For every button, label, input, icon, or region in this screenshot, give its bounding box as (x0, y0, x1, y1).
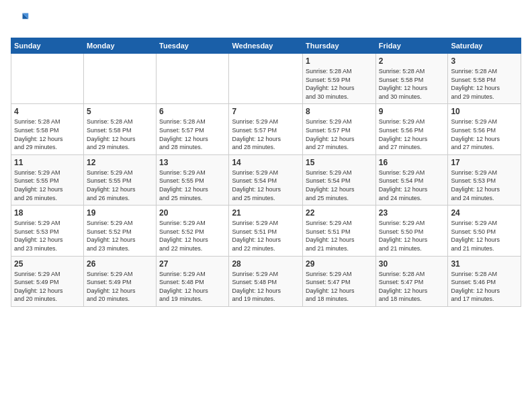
day-number: 19 (87, 208, 153, 218)
day-number: 28 (232, 259, 300, 269)
day-number: 25 (14, 259, 81, 269)
calendar-body: 1Sunrise: 5:28 AM Sunset: 5:59 PM Daylig… (11, 54, 521, 307)
calendar-day-cell: 29Sunrise: 5:29 AM Sunset: 5:47 PM Dayli… (303, 256, 376, 306)
calendar-day-cell: 2Sunrise: 5:28 AM Sunset: 5:58 PM Daylig… (375, 54, 448, 104)
day-header: Monday (83, 38, 156, 54)
calendar-day-cell: 14Sunrise: 5:29 AM Sunset: 5:54 PM Dayli… (229, 154, 303, 205)
day-header: Wednesday (229, 38, 303, 54)
day-number: 12 (87, 158, 153, 167)
calendar-week-row: 25Sunrise: 5:29 AM Sunset: 5:49 PM Dayli… (11, 256, 521, 306)
day-number: 27 (159, 259, 226, 269)
calendar-day-cell: 19Sunrise: 5:29 AM Sunset: 5:52 PM Dayli… (83, 205, 156, 256)
day-header: Sunday (11, 38, 84, 54)
calendar-day-cell: 8Sunrise: 5:29 AM Sunset: 5:57 PM Daylig… (303, 104, 376, 154)
day-info: Sunrise: 5:29 AM Sunset: 5:57 PM Dayligh… (232, 118, 300, 151)
calendar-day-cell: 11Sunrise: 5:29 AM Sunset: 5:55 PM Dayli… (11, 154, 84, 205)
day-info: Sunrise: 5:28 AM Sunset: 5:58 PM Dayligh… (451, 67, 518, 101)
day-info: Sunrise: 5:29 AM Sunset: 5:54 PM Dayligh… (379, 169, 445, 202)
day-header: Friday (375, 38, 448, 54)
day-info: Sunrise: 5:29 AM Sunset: 5:54 PM Dayligh… (306, 169, 373, 202)
day-info: Sunrise: 5:29 AM Sunset: 5:50 PM Dayligh… (451, 219, 518, 253)
calendar-week-row: 11Sunrise: 5:29 AM Sunset: 5:55 PM Dayli… (11, 154, 521, 205)
day-number: 31 (451, 259, 518, 269)
calendar-day-cell (157, 54, 229, 104)
day-info: Sunrise: 5:29 AM Sunset: 5:48 PM Dayligh… (159, 270, 226, 304)
day-number: 18 (14, 208, 81, 218)
day-number: 5 (87, 107, 153, 116)
day-number: 13 (159, 158, 226, 167)
calendar-day-cell: 24Sunrise: 5:29 AM Sunset: 5:50 PM Dayli… (448, 205, 521, 256)
day-info: Sunrise: 5:28 AM Sunset: 5:59 PM Dayligh… (306, 67, 373, 101)
days-header-row: SundayMondayTuesdayWednesdayThursdayFrid… (11, 38, 521, 54)
calendar-day-cell: 10Sunrise: 5:29 AM Sunset: 5:56 PM Dayli… (448, 104, 521, 154)
calendar-day-cell: 17Sunrise: 5:29 AM Sunset: 5:53 PM Dayli… (448, 154, 521, 205)
day-info: Sunrise: 5:28 AM Sunset: 5:58 PM Dayligh… (87, 118, 153, 151)
day-header: Saturday (448, 38, 521, 54)
calendar-day-cell: 21Sunrise: 5:29 AM Sunset: 5:51 PM Dayli… (229, 205, 303, 256)
day-number: 17 (451, 158, 518, 167)
day-number: 30 (379, 259, 445, 269)
calendar-week-row: 4Sunrise: 5:28 AM Sunset: 5:58 PM Daylig… (11, 104, 521, 154)
calendar-day-cell: 13Sunrise: 5:29 AM Sunset: 5:55 PM Dayli… (157, 154, 229, 205)
day-info: Sunrise: 5:29 AM Sunset: 5:55 PM Dayligh… (159, 169, 226, 202)
calendar-day-cell: 28Sunrise: 5:29 AM Sunset: 5:48 PM Dayli… (229, 256, 303, 306)
logo (11, 11, 32, 30)
day-header: Thursday (303, 38, 376, 54)
day-header: Tuesday (157, 38, 229, 54)
day-info: Sunrise: 5:29 AM Sunset: 5:56 PM Dayligh… (451, 118, 518, 151)
calendar-day-cell: 30Sunrise: 5:28 AM Sunset: 5:47 PM Dayli… (375, 256, 448, 306)
day-info: Sunrise: 5:29 AM Sunset: 5:51 PM Dayligh… (306, 219, 373, 253)
day-info: Sunrise: 5:29 AM Sunset: 5:48 PM Dayligh… (232, 270, 300, 304)
day-info: Sunrise: 5:29 AM Sunset: 5:55 PM Dayligh… (14, 169, 81, 202)
day-info: Sunrise: 5:29 AM Sunset: 5:49 PM Dayligh… (87, 270, 153, 304)
day-number: 24 (451, 208, 518, 218)
day-number: 20 (159, 208, 226, 218)
day-number: 10 (451, 107, 518, 116)
day-number: 15 (306, 158, 373, 167)
calendar-day-cell: 4Sunrise: 5:28 AM Sunset: 5:58 PM Daylig… (11, 104, 84, 154)
logo-icon (11, 11, 30, 30)
calendar-day-cell: 22Sunrise: 5:29 AM Sunset: 5:51 PM Dayli… (303, 205, 376, 256)
calendar-day-cell: 3Sunrise: 5:28 AM Sunset: 5:58 PM Daylig… (448, 54, 521, 104)
day-info: Sunrise: 5:29 AM Sunset: 5:49 PM Dayligh… (14, 270, 81, 304)
calendar-day-cell (11, 54, 84, 104)
day-number: 21 (232, 208, 300, 218)
day-info: Sunrise: 5:29 AM Sunset: 5:57 PM Dayligh… (306, 118, 373, 151)
day-number: 29 (306, 259, 373, 269)
day-info: Sunrise: 5:29 AM Sunset: 5:53 PM Dayligh… (14, 219, 81, 253)
calendar-day-cell: 23Sunrise: 5:29 AM Sunset: 5:50 PM Dayli… (375, 205, 448, 256)
day-info: Sunrise: 5:29 AM Sunset: 5:52 PM Dayligh… (159, 219, 226, 253)
day-number: 1 (306, 56, 373, 66)
calendar-day-cell: 31Sunrise: 5:28 AM Sunset: 5:46 PM Dayli… (448, 256, 521, 306)
calendar-day-cell: 9Sunrise: 5:29 AM Sunset: 5:56 PM Daylig… (375, 104, 448, 154)
day-info: Sunrise: 5:29 AM Sunset: 5:56 PM Dayligh… (379, 118, 445, 151)
calendar-day-cell: 5Sunrise: 5:28 AM Sunset: 5:58 PM Daylig… (83, 104, 156, 154)
calendar-day-cell: 12Sunrise: 5:29 AM Sunset: 5:55 PM Dayli… (83, 154, 156, 205)
calendar-day-cell: 16Sunrise: 5:29 AM Sunset: 5:54 PM Dayli… (375, 154, 448, 205)
day-number: 9 (379, 107, 445, 116)
day-number: 16 (379, 158, 445, 167)
day-info: Sunrise: 5:28 AM Sunset: 5:58 PM Dayligh… (379, 67, 445, 101)
day-number: 22 (306, 208, 373, 218)
calendar-day-cell: 7Sunrise: 5:29 AM Sunset: 5:57 PM Daylig… (229, 104, 303, 154)
day-info: Sunrise: 5:29 AM Sunset: 5:55 PM Dayligh… (87, 169, 153, 202)
calendar-day-cell: 15Sunrise: 5:29 AM Sunset: 5:54 PM Dayli… (303, 154, 376, 205)
calendar-day-cell (229, 54, 303, 104)
calendar-day-cell: 1Sunrise: 5:28 AM Sunset: 5:59 PM Daylig… (303, 54, 376, 104)
calendar-day-cell: 27Sunrise: 5:29 AM Sunset: 5:48 PM Dayli… (157, 256, 229, 306)
day-number: 4 (14, 107, 81, 116)
calendar-day-cell: 26Sunrise: 5:29 AM Sunset: 5:49 PM Dayli… (83, 256, 156, 306)
day-number: 8 (306, 107, 373, 116)
day-info: Sunrise: 5:29 AM Sunset: 5:53 PM Dayligh… (451, 169, 518, 202)
day-number: 26 (87, 259, 153, 269)
day-info: Sunrise: 5:29 AM Sunset: 5:51 PM Dayligh… (232, 219, 300, 253)
calendar-week-row: 1Sunrise: 5:28 AM Sunset: 5:59 PM Daylig… (11, 54, 521, 104)
day-info: Sunrise: 5:28 AM Sunset: 5:46 PM Dayligh… (451, 270, 518, 304)
day-info: Sunrise: 5:28 AM Sunset: 5:57 PM Dayligh… (159, 118, 226, 151)
day-number: 7 (232, 107, 300, 116)
calendar-day-cell: 6Sunrise: 5:28 AM Sunset: 5:57 PM Daylig… (157, 104, 229, 154)
day-info: Sunrise: 5:28 AM Sunset: 5:47 PM Dayligh… (379, 270, 445, 304)
day-number: 3 (451, 56, 518, 66)
day-number: 14 (232, 158, 300, 167)
calendar-day-cell: 25Sunrise: 5:29 AM Sunset: 5:49 PM Dayli… (11, 256, 84, 306)
